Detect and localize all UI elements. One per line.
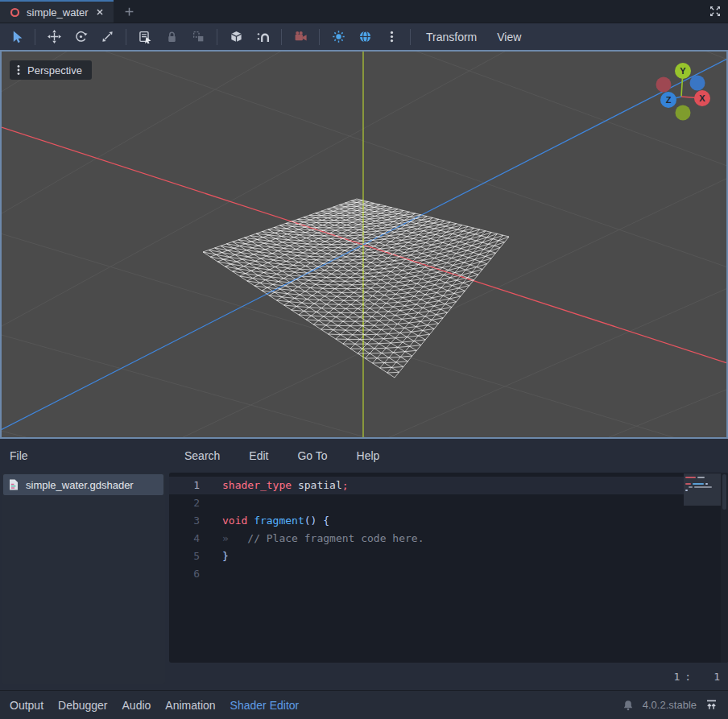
z-axis-label: Z	[666, 95, 672, 105]
vertical-dots-icon	[385, 30, 399, 43]
editor-menu-search[interactable]: Search	[176, 449, 228, 462]
sun-icon	[332, 30, 345, 43]
minimap-mark	[685, 483, 691, 485]
bottom-tab-debugger[interactable]: Debugger	[58, 699, 108, 712]
shader-file-column: File simple_water.gdshader	[0, 439, 169, 690]
editor-scrollbar-thumb[interactable]	[722, 474, 726, 510]
bottom-tab-audio[interactable]: Audio	[122, 699, 151, 712]
line-text: shader_type spatial;	[222, 477, 349, 494]
line-text: }	[222, 548, 229, 565]
toolbar-separator	[319, 29, 320, 45]
cube-icon	[230, 30, 243, 43]
line-text: void fragment() {	[222, 512, 329, 530]
minimap-mark	[693, 483, 704, 485]
sun-environment-menu-button[interactable]	[383, 27, 399, 47]
globe-icon	[358, 30, 372, 43]
x-axis-label: X	[699, 93, 705, 103]
bottom-tab-shader-editor[interactable]: Shader Editor	[230, 699, 300, 712]
editor-scrollbar[interactable]	[721, 473, 728, 663]
line-number: 5	[169, 548, 211, 565]
perspective-menu[interactable]: Perspective	[10, 60, 92, 80]
scale-tool-button[interactable]	[99, 27, 115, 47]
minimap-mark	[685, 477, 696, 478]
snap-magnet-icon	[256, 30, 270, 43]
code-line-3[interactable]: 3void fragment() {	[169, 512, 728, 530]
neg-x-axis-ball[interactable]	[656, 77, 672, 93]
shader-file-item[interactable]: simple_water.gdshader	[3, 474, 163, 495]
toolbar-separator	[35, 29, 35, 45]
notification-bell-icon[interactable]	[622, 699, 635, 712]
line-number: 1	[169, 477, 211, 494]
code-line-6[interactable]: 6	[169, 565, 728, 583]
lock-icon	[165, 30, 179, 43]
code-minimap[interactable]	[684, 473, 721, 506]
bottom-tab-output[interactable]: Output	[10, 699, 43, 712]
scene-svg	[2, 52, 726, 437]
neg-y-axis-ball[interactable]	[676, 105, 691, 121]
minimap-mark	[705, 483, 708, 485]
neg-z-axis-ball[interactable]	[690, 76, 705, 91]
editor-menu-edit[interactable]: Edit	[241, 449, 276, 462]
scene-tab-simple-water[interactable]: simple_water	[0, 0, 114, 23]
minimap-mark	[694, 486, 712, 488]
axis-gizmo[interactable]: Y X Z	[640, 57, 721, 134]
move-icon	[48, 30, 61, 43]
code-editor[interactable]: 1shader_type spatial;23void fragment() {…	[169, 473, 728, 663]
code-line-2[interactable]: 2	[169, 494, 728, 512]
move-tool-button[interactable]	[46, 27, 62, 47]
cursor-position: 1 : 1	[169, 663, 728, 690]
toolbar-separator	[410, 29, 411, 45]
code-lines: 1shader_type spatial;23void fragment() {…	[169, 477, 728, 583]
shader-file-list[interactable]: simple_water.gdshader	[2, 473, 165, 684]
editor-menu-go-to[interactable]: Go To	[289, 449, 335, 462]
cursor-column: 1	[714, 671, 720, 683]
view-menu-dots-icon	[16, 64, 21, 76]
list-select-icon	[139, 30, 152, 43]
expand-bottom-panel-icon[interactable]	[705, 698, 718, 712]
water-plane-wireframe	[203, 199, 509, 378]
shader-file-icon	[7, 478, 20, 491]
toolbar-separator	[281, 29, 282, 45]
preview-sun-button[interactable]	[330, 27, 346, 47]
bottom-tab-animation[interactable]: Animation	[165, 699, 215, 712]
line-text: » // Place fragment code here.	[222, 530, 424, 548]
y-axis-label: Y	[680, 66, 686, 76]
file-menu[interactable]: File	[0, 449, 36, 462]
group-selected-button[interactable]	[190, 27, 206, 47]
minimap-mark	[685, 490, 688, 491]
scale-icon	[101, 30, 114, 43]
preview-environment-button[interactable]	[357, 27, 373, 47]
bottom-panel-tabs: OutputDebuggerAudioAnimationShader Edito…	[10, 699, 299, 712]
rotate-tool-button[interactable]	[72, 27, 89, 47]
cursor-line: 1	[674, 671, 680, 683]
scene-tab-bar: simple_water	[0, 0, 728, 23]
scene-icon	[9, 6, 21, 19]
shader-editor-panel: File simple_water.gdshader SearchEditGo …	[0, 439, 728, 690]
spatial-toolbar: Transform View	[0, 23, 728, 50]
editor-menu-help[interactable]: Help	[349, 449, 388, 462]
select-tool-button[interactable]	[8, 27, 24, 47]
view-menu[interactable]: View	[492, 31, 526, 43]
minimap-mark	[697, 477, 705, 478]
minimap-mark	[689, 486, 693, 488]
line-number: 4	[169, 530, 211, 548]
godot-editor-window: simple_water	[0, 0, 728, 719]
line-number: 2	[169, 494, 211, 512]
transform-menu[interactable]: Transform	[421, 31, 482, 43]
local-space-button[interactable]	[228, 27, 244, 47]
viewport-3d[interactable]: Perspective Y X Z	[0, 50, 728, 439]
line-number: 6	[169, 565, 211, 583]
distraction-free-mode-button[interactable]	[702, 0, 728, 23]
new-scene-tab-button[interactable]	[114, 0, 145, 23]
tab-close-icon[interactable]	[94, 6, 105, 18]
shader-file-name: simple_water.gdshader	[26, 479, 134, 491]
code-line-1[interactable]: 1shader_type spatial;	[169, 477, 728, 494]
rotate-icon	[74, 30, 88, 43]
list-select-button[interactable]	[137, 27, 153, 47]
snap-toggle-button[interactable]	[254, 27, 271, 47]
code-line-5[interactable]: 5}	[169, 548, 728, 565]
code-line-4[interactable]: 4» // Place fragment code here.	[169, 530, 728, 548]
lock-selected-button[interactable]	[163, 27, 180, 47]
camera-preview-button[interactable]	[292, 27, 308, 47]
perspective-label: Perspective	[27, 64, 82, 76]
